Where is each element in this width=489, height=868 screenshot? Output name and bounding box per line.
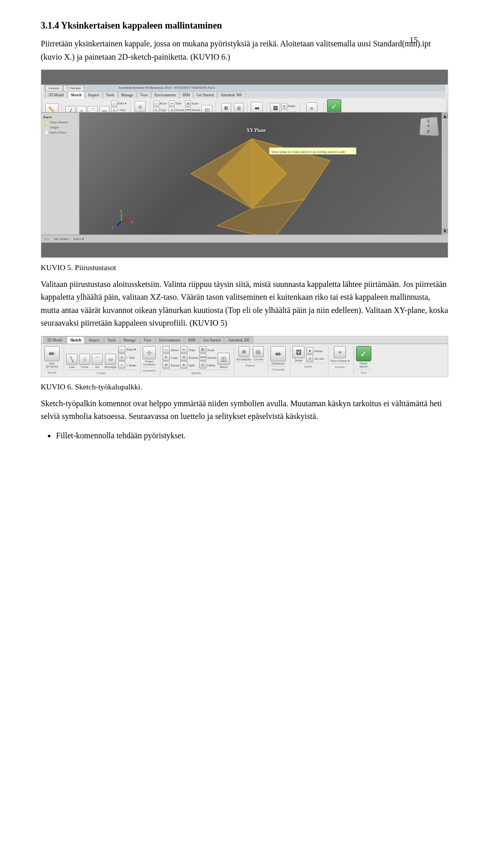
kuvio5-caption: KUVIO 5. Piirustustasot: [41, 262, 448, 274]
svg-line-10: [117, 222, 122, 226]
bullet-list: Fillet-komennolla tehdään pyöristykset.: [56, 429, 448, 442]
piirustustasot-paragraph: Valitaan piirustustaso aloitussketsiin. …: [41, 278, 448, 330]
kuvio6-caption: KUVIO 6. Sketch-työkalupalkki.: [41, 381, 448, 393]
page-number: 15: [410, 36, 418, 45]
bullet-item-1: Fillet-komennolla tehdään pyöristykset.: [56, 429, 448, 442]
inventor-ribbon: Generic ⬡ Default Autodesk Inventor Prof…: [41, 85, 448, 113]
sketch-toolbar-image: 3D Model Sketch Inspect Tools Manage Vie…: [41, 336, 448, 377]
inventor-screenshot: Generic ⬡ Default Autodesk Inventor Prof…: [41, 69, 448, 258]
svg-text:X: X: [131, 220, 133, 224]
sketch-paragraph: Sketch-työpalkin komennot ovat helppo ym…: [41, 397, 448, 423]
svg-text:Z: Z: [112, 225, 114, 229]
section-heading: 3.1.4 Yksinkertaisen kappaleen mallintam…: [41, 20, 448, 31]
svg-text:XY Plane: XY Plane: [247, 128, 266, 134]
svg-text:Y: Y: [120, 209, 122, 213]
svg-text:Select plane to create sketch : Select plane to create sketch or an exis…: [271, 150, 345, 153]
intro-paragraph: Piirretään yksinkertainen kappale, jossa…: [41, 37, 448, 63]
